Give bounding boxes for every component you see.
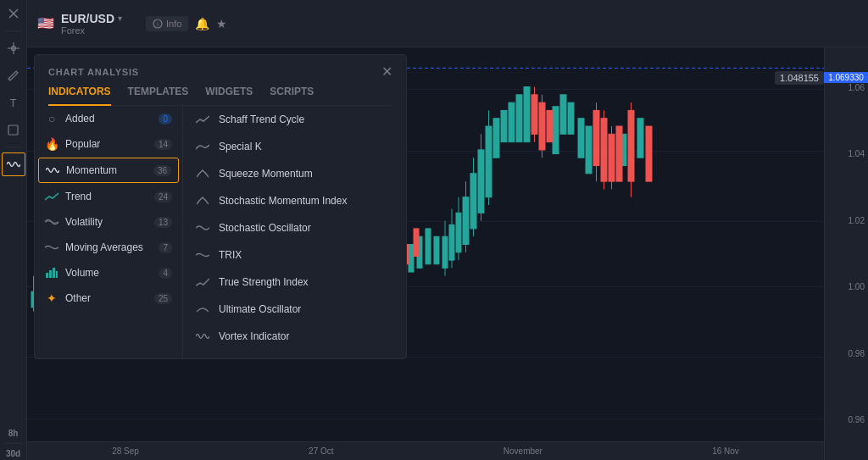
tab-indicators[interactable]: INDICATORS bbox=[48, 86, 111, 106]
schaff-icon bbox=[195, 112, 210, 127]
chart-area: 1.048155 1.06 1.04 1.02 1.00 0.98 0.96 1… bbox=[27, 47, 868, 460]
indicator-squeeze[interactable]: Squeeze Momentum bbox=[183, 160, 406, 187]
trix-icon bbox=[195, 247, 210, 263]
volatility-label: Volatility bbox=[65, 216, 147, 228]
ultimate-icon bbox=[195, 302, 210, 317]
symbol-info[interactable]: 🇺🇸 EUR/USD ▾ Forex bbox=[37, 12, 122, 36]
price-tick-2: 1.04 bbox=[828, 149, 865, 158]
added-label: Added bbox=[65, 113, 152, 125]
indicator-vortex[interactable]: Vortex Indicator bbox=[183, 323, 406, 350]
specialk-icon bbox=[195, 139, 210, 154]
wave-btn[interactable] bbox=[2, 152, 25, 176]
svg-rect-84 bbox=[46, 273, 48, 278]
category-other[interactable]: ✦ Other 25 bbox=[35, 285, 182, 311]
timeframe-8h[interactable]: 8h bbox=[8, 429, 19, 438]
ultimate-label: Ultimate Oscillator bbox=[219, 303, 301, 315]
momentum-label: Momentum bbox=[66, 164, 147, 176]
svg-rect-47 bbox=[616, 126, 622, 181]
price-tooltip: 1.048155 bbox=[775, 71, 824, 85]
symbol-type: Forex bbox=[61, 25, 122, 36]
squeeze-label: Squeeze Momentum bbox=[219, 168, 313, 180]
momentum-badge: 36 bbox=[153, 165, 171, 176]
indicator-williams[interactable]: Williams' Percent Range bbox=[183, 350, 406, 358]
svg-rect-43 bbox=[547, 110, 553, 141]
panel-tabs: INDICATORS TEMPLATES WIDGETS SCRIPTS bbox=[48, 86, 392, 106]
indicator-specialk[interactable]: Special K bbox=[183, 133, 406, 160]
header: 🇺🇸 EUR/USD ▾ Forex i Info 🔔 ★ bbox=[27, 0, 868, 47]
stoch-momentum-label: Stochastic Momentum Index bbox=[219, 195, 347, 207]
category-volatility[interactable]: Volatility 13 bbox=[35, 209, 182, 235]
star-icon[interactable]: ★ bbox=[216, 17, 227, 30]
indicator-stoch-osc[interactable]: Stochastic Oscillator bbox=[183, 214, 406, 241]
stoch-osc-label: Stochastic Oscillator bbox=[219, 222, 311, 234]
tab-widgets[interactable]: WIDGETS bbox=[205, 86, 253, 106]
category-momentum[interactable]: Momentum 36 bbox=[38, 158, 179, 183]
popular-label: Popular bbox=[65, 138, 147, 150]
svg-rect-25 bbox=[516, 95, 522, 142]
indicator-stoch-momentum[interactable]: Stochastic Momentum Index bbox=[183, 187, 406, 214]
panel-overlay: CHART ANALYSIS ✕ INDICATORS TEMPLATES WI… bbox=[27, 47, 400, 460]
timeframe-30d[interactable]: 30d bbox=[6, 449, 20, 458]
svg-rect-83 bbox=[414, 229, 419, 257]
tooltip-price: 1.048155 bbox=[780, 73, 819, 83]
popular-icon: 🔥 bbox=[45, 137, 58, 151]
trend-label: Trend bbox=[65, 191, 147, 202]
vortex-icon bbox=[195, 329, 210, 344]
category-volume[interactable]: Volume 4 bbox=[35, 260, 182, 285]
svg-rect-74 bbox=[409, 245, 414, 273]
williams-label: Williams' Percent Range bbox=[219, 357, 329, 358]
current-price: 1.069330 bbox=[828, 73, 864, 82]
price-tick-3: 1.02 bbox=[828, 216, 865, 225]
indicator-trix[interactable]: TRIX bbox=[183, 241, 406, 269]
category-list: ○ Added 0 🔥 Popular 14 bbox=[35, 106, 183, 358]
svg-rect-27 bbox=[553, 107, 559, 154]
svg-rect-29 bbox=[568, 103, 574, 134]
svg-rect-22 bbox=[493, 119, 499, 158]
svg-rect-33 bbox=[637, 119, 643, 158]
vortex-label: Vortex Indicator bbox=[219, 330, 289, 342]
panel-title: CHART ANALYSIS bbox=[48, 67, 139, 77]
panel-close-button[interactable]: ✕ bbox=[381, 65, 392, 79]
panel-body: ○ Added 0 🔥 Popular 14 bbox=[35, 106, 406, 358]
stoch-osc-icon bbox=[195, 220, 210, 236]
crosshair-btn[interactable] bbox=[2, 36, 25, 60]
tab-scripts[interactable]: SCRIPTS bbox=[270, 86, 314, 106]
left-toolbar: T 8h 30d bbox=[0, 0, 27, 460]
category-popular[interactable]: 🔥 Popular 14 bbox=[35, 131, 182, 157]
other-badge: 25 bbox=[154, 293, 172, 304]
indicator-ultimate[interactable]: Ultimate Oscillator bbox=[183, 296, 406, 323]
svg-rect-76 bbox=[426, 229, 431, 264]
toolbar-divider-1 bbox=[5, 30, 22, 31]
text-btn[interactable]: T bbox=[2, 91, 25, 114]
svg-rect-87 bbox=[56, 271, 58, 278]
svg-rect-30 bbox=[578, 119, 584, 158]
flag-icon: 🇺🇸 bbox=[37, 15, 54, 31]
header-actions: i Info 🔔 ★ bbox=[146, 16, 227, 31]
momentum-icon bbox=[46, 163, 59, 177]
williams-icon bbox=[195, 356, 210, 358]
category-added[interactable]: ○ Added 0 bbox=[35, 106, 182, 131]
svg-rect-49 bbox=[646, 126, 652, 181]
tab-templates[interactable]: TEMPLATES bbox=[128, 86, 189, 106]
volume-badge: 4 bbox=[159, 268, 172, 279]
info-button[interactable]: i Info bbox=[146, 16, 188, 31]
current-price-box: 1.069330 bbox=[824, 72, 868, 83]
indicator-schaff[interactable]: Schaff Trend Cycle bbox=[183, 106, 406, 133]
bell-icon[interactable]: 🔔 bbox=[195, 17, 209, 30]
pencil-btn[interactable] bbox=[2, 64, 25, 87]
panel-title-row: CHART ANALYSIS ✕ bbox=[48, 65, 392, 79]
symbol-chevron[interactable]: ▾ bbox=[118, 14, 122, 23]
category-trend[interactable]: Trend 24 bbox=[35, 184, 182, 209]
volume-label: Volume bbox=[65, 267, 152, 279]
category-moving-averages[interactable]: Moving Averages 7 bbox=[35, 235, 182, 260]
x-label-4: 16 Nov bbox=[712, 446, 739, 456]
indicator-true-strength[interactable]: True Strength Index bbox=[183, 269, 406, 296]
close-toolbar-btn[interactable] bbox=[2, 2, 25, 25]
svg-rect-77 bbox=[434, 236, 439, 264]
volatility-badge: 13 bbox=[154, 217, 172, 228]
price-tick-5: 0.98 bbox=[828, 349, 865, 358]
shapes-btn[interactable] bbox=[2, 118, 25, 141]
squeeze-icon bbox=[195, 166, 210, 181]
trend-badge: 24 bbox=[154, 191, 172, 202]
true-strength-label: True Strength Index bbox=[219, 276, 309, 288]
